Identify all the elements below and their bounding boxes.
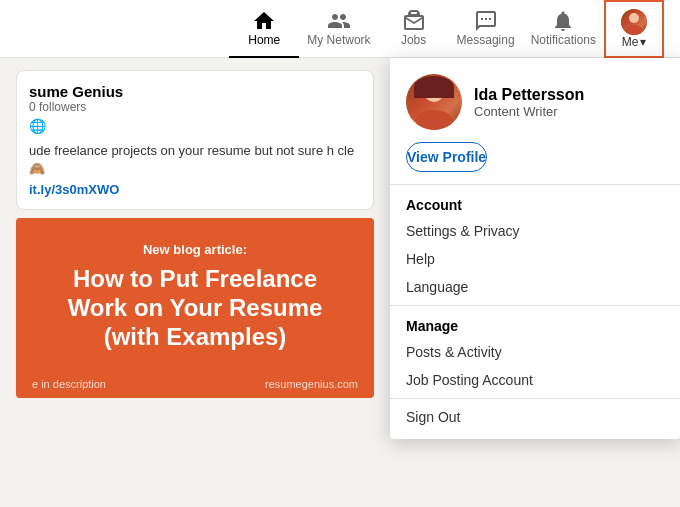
- me-avatar: [621, 9, 647, 35]
- nav-item-messaging[interactable]: Messaging: [449, 0, 523, 58]
- dropdown-user-name: Ida Pettersson: [474, 86, 584, 104]
- nav-item-jobs[interactable]: Jobs: [379, 0, 449, 58]
- jobs-icon: [402, 9, 426, 33]
- account-section-title: Account: [390, 189, 680, 217]
- me-dropdown: Ida Pettersson Content Writer View Profi…: [390, 58, 680, 439]
- dropdown-user-info: Ida Pettersson Content Writer: [474, 86, 584, 119]
- dropdown-divider-1: [390, 184, 680, 185]
- blog-footer-left: e in description: [32, 378, 106, 390]
- nav-label-messaging: Messaging: [457, 33, 515, 47]
- post-link[interactable]: it.ly/3s0mXWO: [29, 182, 361, 197]
- company-profile-section: sume Genius 0 followers 🌐 ude freelance …: [16, 70, 374, 210]
- manage-section-title: Manage: [390, 310, 680, 338]
- dropdown-item-job-posting[interactable]: Job Posting Account: [390, 366, 680, 394]
- dropdown-divider-3: [390, 398, 680, 399]
- blog-footer-right: resumegenius.com: [265, 378, 358, 390]
- dropdown-item-posts-activity[interactable]: Posts & Activity: [390, 338, 680, 366]
- me-label: Me: [622, 35, 639, 49]
- globe-icon: 🌐: [29, 118, 361, 134]
- nav-label-network: My Network: [307, 33, 370, 47]
- network-icon: [327, 9, 351, 33]
- dropdown-item-language[interactable]: Language: [390, 273, 680, 301]
- dropdown-avatar-hair: [414, 76, 454, 98]
- messaging-icon: [474, 9, 498, 33]
- nav-items-container: Home My Network Jobs: [229, 0, 664, 58]
- company-name: sume Genius: [29, 83, 361, 100]
- dropdown-divider-2: [390, 305, 680, 306]
- nav-label-jobs: Jobs: [401, 33, 426, 47]
- dropdown-item-help[interactable]: Help: [390, 245, 680, 273]
- nav-item-home[interactable]: Home: [229, 0, 299, 58]
- dropdown-user-title: Content Writer: [474, 104, 584, 119]
- home-icon: [252, 9, 276, 33]
- nav-item-network[interactable]: My Network: [299, 0, 378, 58]
- dropdown-avatar: [406, 74, 462, 130]
- dropdown-item-settings[interactable]: Settings & Privacy: [390, 217, 680, 245]
- nav-label-home: Home: [248, 33, 280, 47]
- me-label-row: Me ▾: [622, 35, 647, 49]
- nav-label-notifications: Notifications: [531, 33, 596, 47]
- post-text-content: ude freelance projects on your resume bu…: [29, 143, 334, 158]
- blog-tag: New blog article:: [32, 242, 358, 257]
- me-avatar-image: [621, 9, 647, 35]
- left-panel: sume Genius 0 followers 🌐 ude freelance …: [0, 58, 390, 507]
- dropdown-profile-header: Ida Pettersson Content Writer: [390, 58, 680, 142]
- followers-count: 0 followers: [29, 100, 361, 114]
- blog-title: How to Put FreelanceWork on Your Resume(…: [32, 265, 358, 351]
- view-profile-button[interactable]: View Profile: [406, 142, 487, 172]
- nav-item-me[interactable]: Me ▾: [604, 0, 664, 58]
- blog-card-footer: e in description resumegenius.com: [16, 378, 374, 390]
- me-caret-icon: ▾: [640, 35, 646, 49]
- nav-item-notifications[interactable]: Notifications: [523, 0, 604, 58]
- dropdown-item-sign-out[interactable]: Sign Out: [390, 403, 680, 431]
- post-text: ude freelance projects on your resume bu…: [29, 142, 361, 178]
- notifications-icon: [551, 9, 575, 33]
- navigation-bar: Home My Network Jobs: [0, 0, 680, 58]
- blog-card: New blog article: How to Put FreelanceWo…: [16, 218, 374, 398]
